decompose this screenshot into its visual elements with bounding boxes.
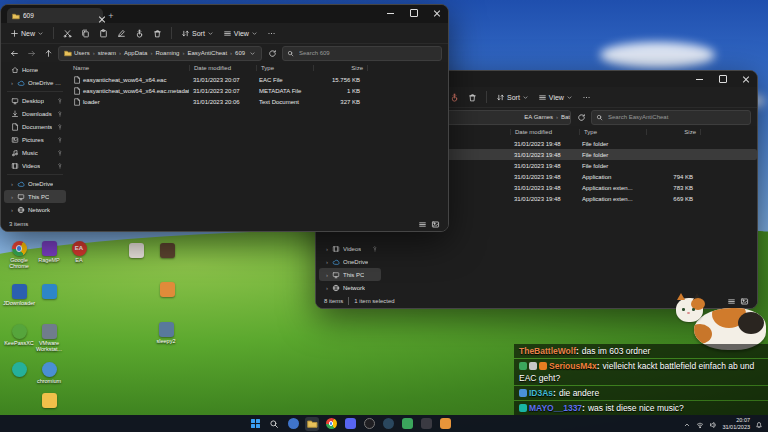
file-row[interactable]: loader 31/01/2023 20:06 Text Document 32… bbox=[69, 96, 448, 107]
delete-button[interactable] bbox=[150, 27, 165, 40]
new-button[interactable]: New bbox=[7, 27, 47, 40]
tray-volume-icon[interactable] bbox=[709, 415, 717, 432]
sidebar-item-pictures[interactable]: Pictures bbox=[4, 133, 66, 146]
search-box[interactable] bbox=[591, 110, 751, 125]
sidebar-item-this-pc[interactable]: This PC bbox=[319, 268, 381, 281]
sidebar-item-music[interactable]: Music bbox=[4, 146, 66, 159]
taskbar-icon-steam[interactable] bbox=[381, 417, 395, 431]
maximize-button[interactable] bbox=[711, 71, 734, 87]
desktop-icon-folder[interactable] bbox=[33, 393, 65, 409]
more-button[interactable] bbox=[264, 27, 279, 40]
column-header-size[interactable]: Size bbox=[647, 129, 701, 135]
view-button[interactable]: View bbox=[535, 91, 576, 104]
paste-button[interactable] bbox=[96, 27, 111, 40]
share-button[interactable] bbox=[447, 91, 462, 104]
taskbar-icon-widgets[interactable] bbox=[286, 417, 300, 431]
taskbar-icon-dark-app[interactable] bbox=[419, 417, 433, 431]
sidebar-item-desktop[interactable]: Desktop bbox=[4, 94, 66, 107]
breadcrumb-item[interactable]: EA Games bbox=[524, 114, 553, 120]
chat-username[interactable]: ID3As bbox=[529, 388, 559, 398]
copy-button[interactable] bbox=[78, 27, 93, 40]
tray-wifi-icon[interactable] bbox=[696, 415, 704, 432]
chat-username[interactable]: SeriousM4x bbox=[549, 361, 603, 371]
address-bar[interactable]: Users stream AppData Roaming EasyAntiChe… bbox=[58, 46, 262, 61]
breadcrumb-item[interactable]: Battlefield 2042 bbox=[553, 114, 571, 120]
taskbar-icon-green-app[interactable] bbox=[400, 417, 414, 431]
start-button[interactable] bbox=[248, 417, 262, 431]
minimize-button[interactable] bbox=[379, 5, 402, 21]
details-view-toggle[interactable] bbox=[418, 220, 427, 229]
sidebar-item-network[interactable]: Network bbox=[4, 203, 66, 216]
delete-button[interactable] bbox=[465, 91, 480, 104]
desktop-icon-crate[interactable] bbox=[151, 243, 183, 259]
minimize-button[interactable] bbox=[688, 71, 711, 87]
column-header-date[interactable]: Date modified bbox=[190, 65, 257, 71]
breadcrumb-item[interactable]: EasyAntiCheat bbox=[179, 50, 227, 56]
breadcrumb-item[interactable]: stream bbox=[90, 50, 116, 56]
sidebar-item-this-pc[interactable]: This PC bbox=[4, 190, 66, 203]
breadcrumb-item[interactable]: Roaming bbox=[147, 50, 179, 56]
search-box[interactable] bbox=[282, 46, 442, 61]
desktop-icon-ea[interactable]: EA bbox=[63, 241, 95, 263]
new-tab-button[interactable] bbox=[103, 8, 119, 23]
desktop-icon-keepassxc[interactable]: KeePassXC bbox=[3, 324, 35, 346]
sidebar-item-videos[interactable]: Videos bbox=[4, 159, 66, 172]
column-header-type[interactable]: Type bbox=[257, 65, 314, 71]
desktop-icon-sleepy2[interactable]: sleepy2 bbox=[150, 322, 182, 344]
desktop-icon-ragemp[interactable]: RageMP bbox=[33, 241, 65, 263]
taskbar-icon-chrome[interactable] bbox=[324, 417, 338, 431]
search-input[interactable] bbox=[297, 49, 437, 57]
breadcrumb-item[interactable]: Users bbox=[74, 50, 90, 56]
sort-button[interactable]: Sort bbox=[493, 91, 532, 104]
back-button[interactable] bbox=[7, 46, 21, 60]
large-icons-view-toggle[interactable] bbox=[431, 220, 440, 229]
desktop-icon-app[interactable] bbox=[120, 243, 152, 259]
share-button[interactable] bbox=[132, 27, 147, 40]
sort-button[interactable]: Sort bbox=[178, 27, 217, 40]
sidebar-item-onedrive[interactable]: OneDrive bbox=[4, 177, 66, 190]
taskbar-clock[interactable]: 20:07 31/01/2023 bbox=[722, 417, 750, 430]
more-button[interactable] bbox=[579, 91, 594, 104]
desktop-icon-code[interactable] bbox=[33, 284, 65, 300]
desktop-icon-jdownloader[interactable]: JDownloader bbox=[3, 284, 35, 306]
chat-username[interactable]: TheBattleWolf bbox=[519, 346, 582, 356]
sidebar-item-network[interactable]: Network bbox=[319, 281, 381, 294]
rename-button[interactable] bbox=[114, 27, 129, 40]
file-row[interactable]: easyanticheat_wow64_x64.eac.metadata 31/… bbox=[69, 85, 448, 96]
column-header-size[interactable]: Size bbox=[314, 65, 368, 71]
cut-button[interactable] bbox=[60, 27, 75, 40]
maximize-button[interactable] bbox=[402, 5, 425, 21]
desktop-icon-teal-app[interactable] bbox=[3, 362, 35, 378]
sidebar-item-home[interactable]: Home bbox=[4, 63, 66, 76]
taskbar-icon-obs[interactable] bbox=[362, 417, 376, 431]
sidebar-item-documents[interactable]: Documents bbox=[4, 120, 66, 133]
desktop-icon-orange-app[interactable] bbox=[151, 282, 183, 298]
column-header-name[interactable]: Name bbox=[69, 65, 190, 71]
notification-bell-icon[interactable] bbox=[755, 415, 763, 432]
file-row[interactable]: easyanticheat_wow64_x64.eac 31/01/2023 2… bbox=[69, 74, 448, 85]
column-header-date[interactable]: Date modified bbox=[511, 129, 580, 135]
close-button[interactable] bbox=[734, 71, 757, 87]
forward-button[interactable] bbox=[24, 46, 38, 60]
taskbar-search-button[interactable] bbox=[267, 417, 281, 431]
taskbar-icon-file-explorer[interactable] bbox=[305, 417, 319, 431]
view-button[interactable]: View bbox=[220, 27, 261, 40]
sidebar-item-videos[interactable]: Videos bbox=[319, 242, 381, 255]
tray-chevron-up-icon[interactable] bbox=[683, 415, 691, 432]
breadcrumb-item[interactable]: 609 bbox=[227, 50, 245, 56]
breadcrumb-item[interactable]: AppData bbox=[116, 50, 147, 56]
desktop-icon-chromium[interactable]: chromium bbox=[33, 362, 65, 384]
explorer-tab-609[interactable]: 609 bbox=[7, 8, 103, 23]
taskbar-icon-discord[interactable] bbox=[343, 417, 357, 431]
search-input[interactable] bbox=[606, 113, 746, 121]
up-button[interactable] bbox=[41, 46, 55, 60]
sidebar-item-downloads[interactable]: Downloads bbox=[4, 107, 66, 120]
sidebar-item-onedrive-personal[interactable]: OneDrive - Perso bbox=[4, 76, 66, 89]
desktop-icon-google-chrome[interactable]: Google Chrome bbox=[3, 241, 35, 269]
close-button[interactable] bbox=[425, 5, 448, 21]
explorer-window-609[interactable]: 609 New Sort View bbox=[0, 4, 449, 232]
chat-username[interactable]: MAYO__1337 bbox=[529, 403, 588, 413]
refresh-button[interactable] bbox=[265, 46, 279, 60]
desktop-icon-vmware[interactable]: VMware Workstat... bbox=[33, 324, 65, 352]
column-header-type[interactable]: Type bbox=[580, 129, 647, 135]
